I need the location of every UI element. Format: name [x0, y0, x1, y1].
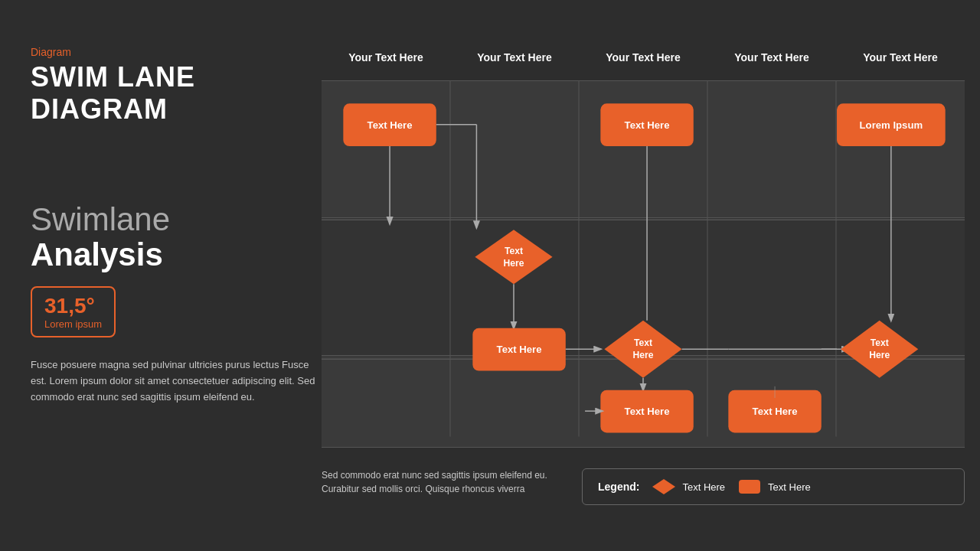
svg-text:Here: Here	[869, 350, 890, 360]
col-header-1: Your Text Here	[322, 38, 450, 77]
svg-text:Text Here: Text Here	[625, 119, 670, 131]
svg-marker-40	[652, 479, 675, 494]
description-text: Fusce posuere magna sed pulvinar ultrici…	[31, 357, 322, 405]
main-title: SWIM LANE DIAGRAM	[31, 61, 322, 126]
legend-item-rect: Text Here	[737, 478, 811, 495]
svg-marker-13	[475, 230, 552, 284]
legend-item-diamond: Text Here	[652, 478, 725, 495]
svg-marker-34	[841, 321, 918, 378]
svg-text:Text Here: Text Here	[497, 344, 542, 355]
left-panel: Diagram SWIM LANE DIAGRAM Swimlane Analy…	[31, 46, 322, 406]
diagram-label: Diagram	[31, 46, 322, 58]
svg-text:Text Here: Text Here	[753, 406, 798, 417]
svg-rect-41	[739, 480, 760, 494]
svg-text:Text: Text	[871, 337, 889, 348]
legend-label: Legend:	[598, 481, 639, 493]
stat-box: 31,5° Lorem ipsum	[31, 286, 116, 337]
col-header-4: Your Text Here	[707, 38, 836, 77]
stat-sub: Lorem ipsum	[44, 318, 102, 330]
legend-area: Sed commodo erat nunc sed sagittis ipsum…	[322, 468, 965, 505]
legend-item-1-label: Text Here	[682, 481, 725, 493]
col-header-2: Your Text Here	[450, 38, 579, 77]
col-header-3: Your Text Here	[579, 38, 707, 77]
analysis-text: Analysis	[31, 237, 322, 272]
legend-box: Legend: Text Here Text Here	[582, 468, 965, 505]
rect-icon	[737, 478, 762, 495]
diagram-area: Your Text Here Your Text Here Your Text …	[322, 38, 965, 513]
col-headers: Your Text Here Your Text Here Your Text …	[322, 38, 965, 77]
svg-text:Text: Text	[634, 337, 652, 348]
svg-text:Text Here: Text Here	[368, 119, 413, 131]
svg-marker-20	[604, 321, 681, 378]
col-header-5: Your Text Here	[836, 38, 965, 77]
svg-text:Here: Here	[633, 350, 654, 360]
swimlane-text: Swimlane	[31, 202, 322, 237]
diamond-icon	[652, 478, 676, 495]
diagram-svg: Text Here Text Here Text Here Text Here …	[322, 80, 965, 452]
legend-item-2-label: Text Here	[768, 481, 811, 493]
legend-description: Sed commodo erat nunc sed sagittis ipsum…	[322, 468, 567, 496]
svg-text:Here: Here	[504, 258, 524, 269]
svg-text:Text Here: Text Here	[625, 406, 670, 417]
stat-number: 31,5°	[44, 294, 102, 318]
svg-text:Text: Text	[505, 246, 523, 256]
svg-text:Lorem Ipsum: Lorem Ipsum	[860, 119, 923, 131]
